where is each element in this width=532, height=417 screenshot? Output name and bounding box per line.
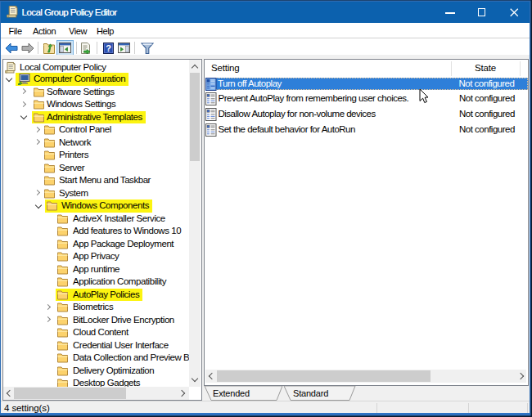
svg-text:?: ? (106, 43, 111, 53)
svg-text:Standard: Standard (293, 388, 328, 398)
svg-text:Extended: Extended (213, 388, 250, 398)
